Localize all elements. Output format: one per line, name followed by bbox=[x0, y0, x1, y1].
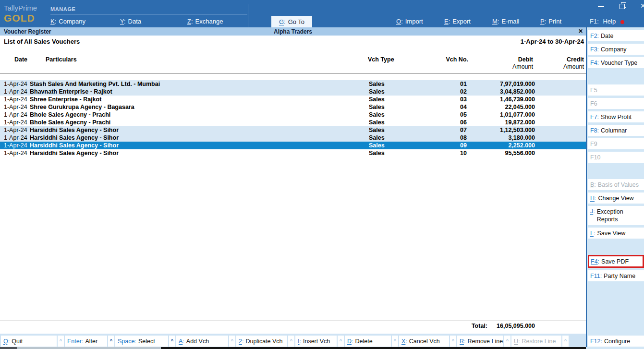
colon bbox=[594, 181, 595, 188]
restore-icon-front bbox=[620, 4, 625, 9]
caret-expand-icon[interactable]: ^ bbox=[58, 336, 64, 347]
voucher-particulars: Bhole Sales Agecny - Prachi bbox=[30, 119, 355, 126]
menu-exchange[interactable]: ZExchange bbox=[187, 18, 223, 25]
caret-expand-icon[interactable]: ^ bbox=[169, 336, 175, 347]
bottombar-button-2-duplicate-vch[interactable]: 2Duplicate Vch bbox=[236, 336, 287, 347]
menu-company[interactable]: KCompany bbox=[50, 18, 85, 25]
caret-expand-icon[interactable]: ^ bbox=[338, 336, 344, 347]
sidebar-button-f8-columnar[interactable]: F8Columnar bbox=[588, 125, 644, 136]
menu-print[interactable]: PPrint bbox=[540, 18, 561, 25]
voucher-debit-amount: 1,46,739.000 bbox=[468, 96, 535, 103]
voucher-credit-amount bbox=[535, 149, 586, 157]
report-close-icon[interactable]: ✕ bbox=[578, 28, 583, 35]
voucher-number: 09 bbox=[413, 142, 468, 149]
go-to-button[interactable]: G Go To bbox=[271, 16, 312, 27]
sidebar-button-f4-voucher-type[interactable]: F4Voucher Type bbox=[588, 57, 644, 68]
shortcut-key: F5 bbox=[590, 87, 597, 94]
bottombar-button-i-insert-vch[interactable]: IInsert Vch bbox=[295, 336, 337, 347]
colon bbox=[124, 18, 126, 25]
sidebar-group-gap bbox=[587, 71, 644, 84]
voucher-particulars: Harsiddhi Sales Agency - Sihor bbox=[30, 142, 355, 149]
voucher-number: 06 bbox=[413, 119, 468, 126]
sidebar-button-h-change-view[interactable]: HChange View bbox=[588, 193, 644, 204]
voucher-row[interactable]: 1-Apr-24Stash Sales And Marketing Pvt. L… bbox=[0, 80, 586, 88]
voucher-row[interactable]: 1-Apr-24Harsiddhi Sales Agency - SihorSa… bbox=[0, 149, 586, 157]
voucher-credit-amount bbox=[535, 134, 586, 142]
button-label: Data bbox=[128, 18, 141, 25]
sidebar-button-f3-company[interactable]: F3Company bbox=[588, 44, 644, 55]
sidebar-button-f12-configure[interactable]: F12 Configure bbox=[588, 336, 644, 347]
colon bbox=[405, 338, 407, 345]
voucher-credit-amount bbox=[535, 103, 586, 111]
shortcut-key: F4 bbox=[591, 258, 598, 265]
caret-expand-icon[interactable]: ^ bbox=[504, 336, 510, 347]
voucher-debit-amount: 3,04,852.000 bbox=[468, 88, 535, 96]
voucher-row[interactable]: 1-Apr-24Bhole Sales Agecny - PrachiSales… bbox=[0, 119, 586, 126]
sidebar-button-f2-date[interactable]: F2Date bbox=[588, 30, 644, 41]
voucher-particulars: Stash Sales And Marketing Pvt. Ltd. - Mu… bbox=[30, 80, 355, 88]
shortcut-key: F4 bbox=[590, 60, 597, 66]
bottombar-button-enter-alter[interactable]: EnterAlter bbox=[65, 336, 107, 347]
sidebar-button-f6: F6 bbox=[588, 98, 644, 109]
sidebar-button-f11-party-name[interactable]: F11Party Name bbox=[588, 270, 644, 281]
sidebar-button-j-exception-reports[interactable]: JException Reports bbox=[588, 206, 644, 225]
colon bbox=[464, 338, 465, 345]
voucher-row[interactable]: 1-Apr-24Shree Gurukrupa Agency - Bagasar… bbox=[0, 103, 586, 111]
sidebar-button-f7-show-profit[interactable]: F7Show Profit bbox=[588, 111, 644, 122]
caret-expand-icon[interactable]: ^ bbox=[229, 336, 235, 347]
caret-expand-icon[interactable]: ^ bbox=[562, 336, 569, 347]
voucher-row[interactable]: 1-Apr-24Harsiddhi Sales Agency - SihorSa… bbox=[0, 134, 586, 142]
colon bbox=[597, 46, 599, 53]
help-button[interactable]: F1 Help bbox=[590, 18, 624, 25]
restore-button[interactable] bbox=[619, 2, 628, 10]
bottombar-button-x-cancel-vch[interactable]: XCancel Vch bbox=[399, 336, 449, 347]
colon bbox=[597, 60, 599, 66]
shortcut-key: A bbox=[179, 338, 182, 345]
bottombar-button-d-delete[interactable]: DDelete bbox=[345, 336, 391, 347]
voucher-date: 1-Apr-24 bbox=[0, 80, 30, 88]
colon bbox=[191, 18, 193, 25]
voucher-date: 1-Apr-24 bbox=[0, 149, 30, 157]
sidebar-buttons: F2DateF3CompanyF4Voucher TypeF5F6F7Show … bbox=[587, 27, 644, 281]
voucher-particulars: Bhavnath Enterprise - Rajkot bbox=[30, 88, 355, 96]
sidebar-button-l-save-view[interactable]: LSave View bbox=[588, 228, 644, 239]
menu-e-mail[interactable]: ME-mail bbox=[492, 18, 519, 25]
voucher-row[interactable]: 1-Apr-24Bhavnath Enterprise - RajkotSale… bbox=[0, 88, 586, 96]
voucher-debit-amount: 2,252.000 bbox=[468, 142, 535, 149]
shortcut-key: F11 bbox=[590, 273, 600, 279]
column-header-vch-no: Vch No. bbox=[413, 56, 468, 71]
caret-expand-icon[interactable]: ^ bbox=[108, 336, 114, 347]
voucher-row[interactable]: 1-Apr-24Shree Enterprise - RajkotSales03… bbox=[0, 96, 586, 103]
caret-expand-icon[interactable]: ^ bbox=[392, 336, 398, 347]
colon bbox=[593, 208, 595, 215]
window-close-button[interactable]: ✕ bbox=[640, 2, 644, 10]
button-label: Exchange bbox=[195, 18, 223, 25]
menu-export[interactable]: EExport bbox=[444, 18, 471, 25]
button-label: Cancel Vch bbox=[409, 338, 440, 345]
menu-import[interactable]: OImport bbox=[396, 18, 423, 25]
bottombar-button-a-add-vch[interactable]: AAdd Vch bbox=[176, 336, 228, 347]
shortcut-key: G bbox=[279, 18, 284, 25]
caret-expand-icon[interactable]: ^ bbox=[450, 336, 456, 347]
voucher-debit-amount: 3,180.000 bbox=[468, 134, 535, 142]
colon bbox=[600, 273, 602, 279]
bottombar-button-q-quit[interactable]: QQuit bbox=[1, 336, 57, 347]
button-label: Basis of Values bbox=[598, 181, 639, 188]
voucher-debit-amount: 22,045.000 bbox=[468, 103, 535, 111]
voucher-row[interactable]: 1-Apr-24Harsiddhi Sales Agency - SihorSa… bbox=[0, 142, 586, 149]
voucher-particulars: Harsiddhi Sales Agency - Sihor bbox=[30, 126, 355, 134]
button-label: Date bbox=[601, 33, 613, 39]
bottombar-button-r-remove-line[interactable]: RRemove Line bbox=[457, 336, 503, 347]
menu-data[interactable]: YData bbox=[120, 18, 141, 25]
voucher-row[interactable]: 1-Apr-24Bhole Sales Agecny - PrachiSales… bbox=[0, 111, 586, 119]
voucher-debit-amount: 1,01,077.000 bbox=[468, 111, 535, 119]
voucher-type: Sales bbox=[355, 103, 413, 111]
minimize-button[interactable] bbox=[597, 3, 606, 10]
bottombar-button-space-select[interactable]: SpaceSelect bbox=[115, 336, 168, 347]
voucher-row[interactable]: 1-Apr-24Harsiddhi Sales Agency - SihorSa… bbox=[0, 126, 586, 134]
voucher-debit-amount: 95,556.000 bbox=[468, 149, 535, 157]
top-menu-bar: TallyPrime GOLD MANAGE G Go To F1 Help ✕… bbox=[0, 0, 644, 27]
caret-expand-icon[interactable]: ^ bbox=[288, 336, 294, 347]
sidebar-button-f4-save-pdf[interactable]: F4Save PDF bbox=[588, 255, 644, 268]
company-name: Alpha Traders bbox=[0, 28, 586, 35]
